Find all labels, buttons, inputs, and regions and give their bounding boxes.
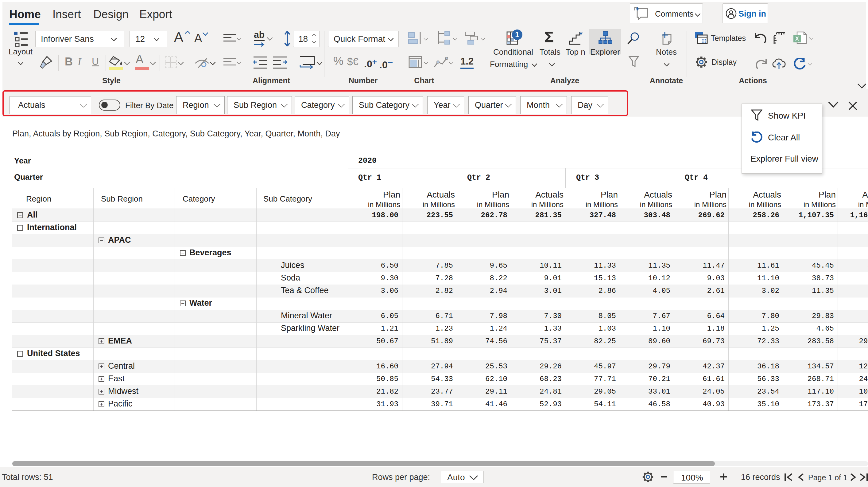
svg-text:X: X (795, 36, 799, 42)
